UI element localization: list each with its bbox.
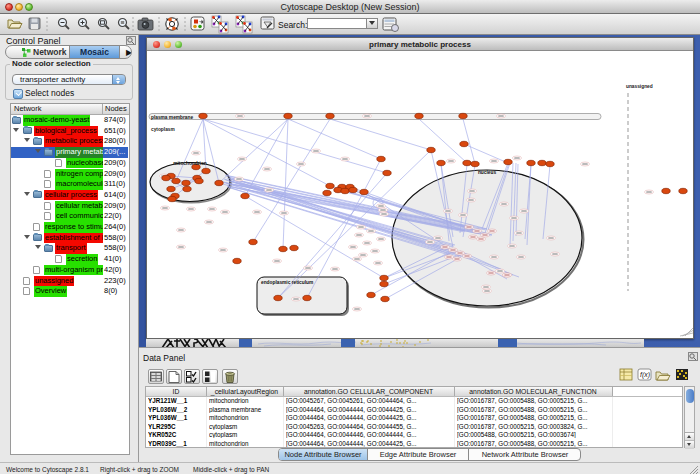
svg-text:mitochondrion: mitochondrion [173,161,207,166]
svg-text:f(x): f(x) [640,371,650,379]
svg-text:endoplasmic reticulum: endoplasmic reticulum [261,280,313,285]
svg-text:nucleus: nucleus [478,170,496,175]
svg-text:plasma membrane: plasma membrane [151,115,193,120]
svg-text:cytoplasm: cytoplasm [151,127,175,132]
svg-text:unassigned: unassigned [626,84,653,89]
